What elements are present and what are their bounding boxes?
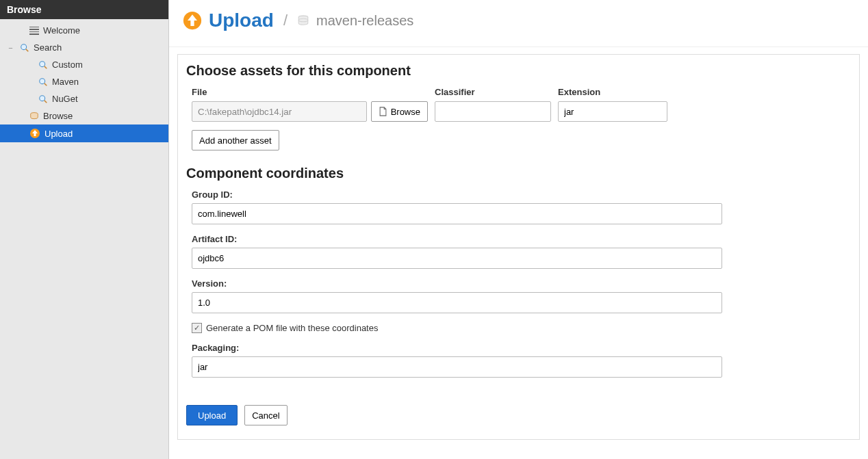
lines-icon xyxy=(29,26,39,36)
classifier-label: Classifier xyxy=(435,87,551,97)
upload-button-label: Upload xyxy=(198,410,226,421)
sidebar-header: Browse xyxy=(0,0,168,19)
breadcrumb-separator: / xyxy=(283,12,288,29)
sidebar-item-label: Maven xyxy=(52,77,79,87)
sidebar-item-custom[interactable]: Custom xyxy=(0,56,168,73)
svg-line-3 xyxy=(44,66,47,68)
generate-pom-checkbox-row[interactable]: ✓ Generate a POM file with these coordin… xyxy=(186,323,851,333)
packaging-label: Packaging: xyxy=(192,343,851,353)
add-another-asset-label: Add another asset xyxy=(199,135,272,146)
sidebar-item-welcome[interactable]: − Welcome xyxy=(0,22,168,39)
sidebar-item-label: Custom xyxy=(52,60,83,70)
svg-line-5 xyxy=(44,83,47,86)
sidebar-item-nuget[interactable]: NuGet xyxy=(0,90,168,107)
database-icon xyxy=(29,112,39,121)
sidebar-item-label: Browse xyxy=(43,111,73,121)
group-id-input[interactable] xyxy=(192,203,722,224)
coordinates-section-title: Component coordinates xyxy=(186,166,851,181)
sidebar-item-label: NuGet xyxy=(52,94,78,104)
svg-point-0 xyxy=(21,44,27,49)
sidebar: Browse − Welcome − Search Custom Maven xyxy=(0,0,169,459)
svg-point-4 xyxy=(40,78,45,83)
artifact-id-input[interactable] xyxy=(192,248,722,269)
svg-point-6 xyxy=(40,95,45,101)
browse-button[interactable]: Browse xyxy=(371,101,428,122)
sidebar-item-upload[interactable]: − Upload xyxy=(0,124,168,142)
sidebar-item-label: Welcome xyxy=(43,25,80,36)
svg-point-2 xyxy=(40,61,45,66)
checkbox-icon: ✓ xyxy=(192,323,202,333)
document-icon xyxy=(379,107,387,116)
upload-form: Choose assets for this component File Br… xyxy=(177,54,860,440)
database-icon xyxy=(297,14,309,27)
nav-tree: − Welcome − Search Custom Maven NuGet xyxy=(0,19,168,145)
page-title: Upload xyxy=(209,10,274,31)
main-panel: Upload / maven-releases Choose assets fo… xyxy=(169,0,868,459)
upload-icon xyxy=(183,11,202,30)
assets-section-title: Choose assets for this component xyxy=(186,63,851,79)
generate-pom-label: Generate a POM file with these coordinat… xyxy=(206,323,378,333)
classifier-input[interactable] xyxy=(435,101,551,122)
file-label: File xyxy=(192,87,428,97)
magnify-icon xyxy=(38,60,48,70)
magnify-icon xyxy=(38,94,48,104)
breadcrumb-repo: maven-releases xyxy=(316,13,413,29)
extension-label: Extension xyxy=(558,87,667,97)
version-label: Version: xyxy=(192,278,851,289)
browse-button-label: Browse xyxy=(391,107,420,117)
sidebar-item-label: Search xyxy=(34,42,62,53)
upload-button[interactable]: Upload xyxy=(186,405,238,425)
version-input[interactable] xyxy=(192,292,722,313)
artifact-id-label: Artifact ID: xyxy=(192,234,851,244)
sidebar-item-maven[interactable]: Maven xyxy=(0,73,168,90)
tree-collapse-icon[interactable]: − xyxy=(7,44,14,52)
extension-input[interactable] xyxy=(558,101,667,122)
cancel-button[interactable]: Cancel xyxy=(244,405,287,425)
main-header: Upload / maven-releases xyxy=(169,0,868,47)
group-id-label: Group ID: xyxy=(192,189,851,200)
file-path-field xyxy=(192,101,367,122)
cancel-button-label: Cancel xyxy=(252,410,279,421)
magnify-icon xyxy=(20,43,29,53)
add-another-asset-button[interactable]: Add another asset xyxy=(192,130,279,150)
sidebar-item-label: Upload xyxy=(44,129,73,139)
magnify-icon xyxy=(38,77,48,87)
sidebar-item-browse[interactable]: − Browse xyxy=(0,107,168,124)
sidebar-item-search[interactable]: − Search xyxy=(0,39,168,56)
packaging-input[interactable] xyxy=(192,356,722,378)
svg-line-7 xyxy=(44,100,47,103)
svg-line-1 xyxy=(26,49,29,51)
upload-icon xyxy=(29,128,40,139)
